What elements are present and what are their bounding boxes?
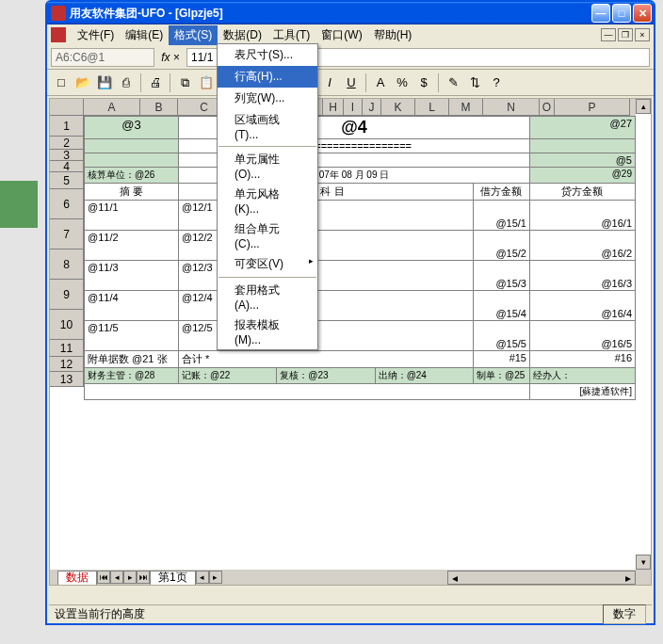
menu-item-单元属性O[interactable]: 单元属性(O)...	[218, 149, 317, 184]
close-button[interactable]: ✕	[633, 4, 652, 23]
col-header-M[interactable]: M	[449, 99, 483, 116]
tab-prev-button[interactable]: ◂	[110, 571, 123, 584]
app-icon	[51, 6, 66, 21]
menu-item-可变区V[interactable]: 可变区(V)	[218, 253, 317, 275]
menu-item-组合单元C[interactable]: 组合单元(C)...	[218, 218, 317, 253]
tab-next-button[interactable]: ▸	[123, 571, 137, 584]
sort-button[interactable]: ⇅	[464, 72, 485, 93]
tab-last-button[interactable]: ⏭	[137, 571, 150, 584]
italic-button[interactable]: I	[319, 72, 340, 93]
menu-T[interactable]: 工具(T)	[267, 25, 315, 45]
row-header-8[interactable]: 8	[50, 250, 84, 280]
format-menu-dropdown: 表尺寸(S)...行高(H)...列宽(W)...区域画线(T)...单元属性(…	[217, 43, 318, 350]
main-toolbar: □📂💾⎙🖨⧉📋≡≡≡BIUA%$✎⇅?	[47, 70, 654, 96]
sheet-tab-strip: 数据 ⏮ ◂ ▸ ⏭ 第1页 ◂ ▸ ◂ ▸	[50, 570, 651, 585]
minimize-button[interactable]: —	[591, 4, 610, 23]
help-button[interactable]: ?	[486, 72, 507, 93]
reference-toolbar: A6:C6@1 fx × 11/1	[47, 45, 654, 70]
col-header-N[interactable]: N	[483, 99, 540, 116]
grid-body[interactable]: @3 @4 @27 =================== @5 核算单位：@2…	[84, 116, 636, 570]
col-header-I[interactable]: I	[344, 99, 363, 116]
data-tab[interactable]: 数据	[57, 571, 97, 585]
menu-H[interactable]: 帮助(H)	[368, 25, 418, 45]
page-tab[interactable]: 第1页	[150, 571, 196, 585]
row-header-7[interactable]: 7	[50, 219, 84, 250]
row-header-13[interactable]: 13	[50, 372, 84, 387]
paste-button[interactable]: 📋	[196, 72, 217, 93]
tab-first-button[interactable]: ⏮	[97, 571, 110, 584]
new-button[interactable]: □	[51, 72, 72, 93]
mdi-minimize-button[interactable]: —	[601, 28, 616, 41]
select-all-corner[interactable]	[50, 99, 84, 116]
row-header-5[interactable]: 5	[50, 172, 84, 189]
doc-icon	[51, 27, 66, 42]
percent-button[interactable]: %	[392, 72, 412, 93]
row-headers: 12345678910111213	[50, 116, 84, 387]
menubar: 文件(F)编辑(E)格式(S)数据(D)工具(T)窗口(W)帮助(H) — ❐ …	[47, 24, 654, 45]
mdi-close-button[interactable]: ×	[635, 28, 650, 41]
menu-item-单元风格K[interactable]: 单元风格(K)...	[218, 184, 317, 218]
menu-S[interactable]: 格式(S)	[169, 25, 218, 45]
row-header-10[interactable]: 10	[50, 310, 84, 340]
menu-D[interactable]: 数据(D)	[218, 25, 267, 45]
col-header-K[interactable]: K	[381, 99, 415, 116]
col-header-H[interactable]: H	[323, 99, 344, 116]
menu-E[interactable]: 编辑(E)	[120, 25, 169, 45]
app-window: 用友软件集团-UFO - [Glpzje5] — □ ✕ 文件(F)编辑(E)格…	[45, 0, 655, 625]
menu-item-套用格式A[interactable]: 套用格式(A)...	[218, 280, 317, 314]
saveall-button[interactable]: ⎙	[116, 72, 137, 93]
col-header-L[interactable]: L	[415, 99, 449, 116]
col-header-B[interactable]: B	[140, 99, 178, 116]
save-button[interactable]: 💾	[94, 72, 115, 93]
scroll-down-button[interactable]: ▾	[636, 555, 651, 570]
maximize-button[interactable]: □	[612, 4, 631, 23]
fx-label: fx ×	[156, 48, 185, 67]
column-headers: ABCDEFGHIJKLMNOP	[84, 99, 636, 116]
col-header-P[interactable]: P	[555, 99, 630, 116]
mdi-restore-button[interactable]: ❐	[618, 28, 633, 41]
scroll-up-button[interactable]: ▴	[636, 99, 651, 114]
menu-item-报表模板M[interactable]: 报表模板(M)...	[218, 314, 317, 349]
menu-item-区域画线T[interactable]: 区域画线(T)...	[218, 109, 317, 144]
menu-item-表尺寸S[interactable]: 表尺寸(S)...	[218, 44, 317, 66]
copy-button[interactable]: ⧉	[174, 72, 195, 93]
statusbar: 设置当前行的高度 数字	[49, 604, 652, 623]
row-header-9[interactable]: 9	[50, 280, 84, 310]
status-mode: 数字	[603, 604, 646, 624]
col-header-A[interactable]: A	[84, 99, 140, 116]
status-text: 设置当前行的高度	[55, 606, 603, 622]
font-inc-button[interactable]: A	[370, 72, 391, 93]
underline-button[interactable]: U	[341, 72, 362, 93]
menu-W[interactable]: 窗口(W)	[315, 25, 367, 45]
brush-button[interactable]: ✎	[443, 72, 463, 93]
cell-reference-box[interactable]: A6:C6@1	[51, 48, 154, 67]
menu-item-列宽W[interactable]: 列宽(W)...	[218, 88, 317, 109]
row-header-11[interactable]: 11	[50, 340, 84, 357]
print-button[interactable]: 🖨	[145, 72, 166, 93]
window-title: 用友软件集团-UFO - [Glpzje5]	[70, 6, 591, 22]
titlebar: 用友软件集团-UFO - [Glpzje5] — □ ✕	[47, 2, 654, 24]
horizontal-scrollbar[interactable]: ◂ ▸	[447, 571, 636, 585]
currency-button[interactable]: $	[413, 72, 434, 93]
row-header-1[interactable]: 1	[50, 116, 84, 137]
spreadsheet-area: ABCDEFGHIJKLMNOP 12345678910111213 @3 @4…	[49, 98, 652, 586]
tab-nav2-prev[interactable]: ◂	[196, 571, 209, 584]
col-header-O[interactable]: O	[540, 99, 555, 116]
row-header-12[interactable]: 12	[50, 357, 84, 372]
menu-item-行高H[interactable]: 行高(H)...	[218, 66, 317, 88]
row-header-4[interactable]: 4	[50, 161, 84, 172]
row-header-6[interactable]: 6	[50, 189, 84, 219]
col-header-J[interactable]: J	[363, 99, 381, 116]
open-button[interactable]: 📂	[73, 72, 93, 93]
tab-nav2-next[interactable]: ▸	[209, 571, 222, 584]
menu-F[interactable]: 文件(F)	[72, 25, 120, 45]
